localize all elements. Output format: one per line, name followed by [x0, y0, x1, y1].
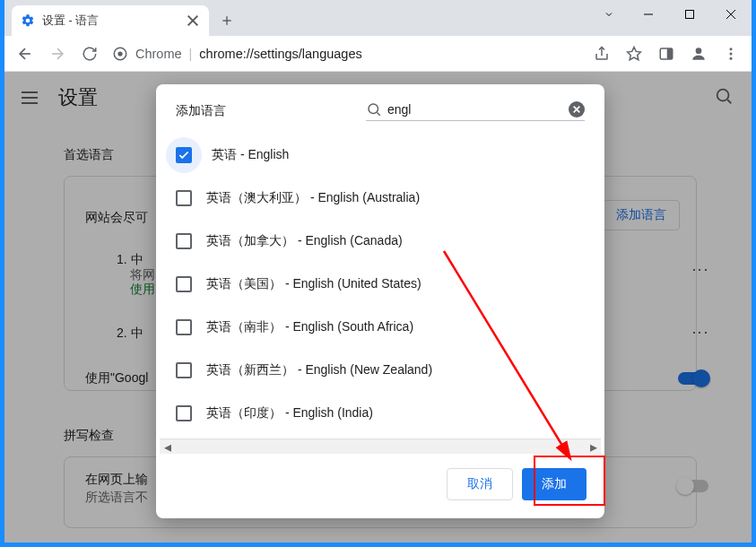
language-label: 英语（澳大利亚） - English (Australia) [206, 190, 420, 206]
svg-point-25 [369, 104, 378, 114]
new-tab-button[interactable] [214, 8, 239, 33]
back-button[interactable] [12, 40, 39, 67]
list-item[interactable]: 英语（美国） - English (United States) [176, 263, 592, 306]
checkbox[interactable] [176, 362, 192, 378]
cancel-button[interactable]: 取消 [447, 468, 513, 500]
close-window-button[interactable] [710, 0, 752, 29]
chevron-down-icon[interactable] [590, 0, 628, 29]
share-icon[interactable] [588, 40, 615, 67]
checkbox[interactable] [176, 276, 192, 292]
forward-button[interactable] [44, 40, 71, 67]
language-label: 英语（美国） - English (United States) [206, 276, 421, 292]
address-scheme: Chrome [135, 47, 182, 61]
list-item[interactable]: 英语（印度） - English (India) [176, 392, 592, 435]
svg-point-17 [730, 48, 733, 50]
svg-rect-1 [686, 11, 694, 19]
address-separator: | [189, 47, 193, 61]
svg-rect-15 [667, 48, 673, 59]
scroll-right-icon[interactable]: ▸ [586, 439, 601, 455]
checkbox[interactable] [176, 319, 192, 335]
svg-point-11 [117, 51, 122, 56]
language-label: 英语（加拿大） - English (Canada) [206, 233, 403, 249]
maximize-button[interactable] [669, 0, 710, 29]
add-button[interactable]: 添加 [522, 468, 587, 500]
svg-line-26 [377, 112, 379, 115]
dialog-search [366, 100, 585, 121]
checkbox[interactable] [176, 147, 192, 163]
dialog-header: 添加语言 [156, 84, 604, 134]
list-item[interactable]: 英语（澳大利亚） - English (Australia) [176, 177, 592, 220]
svg-point-16 [696, 48, 702, 54]
list-item[interactable]: 英语（南非） - English (South Africa) [176, 306, 592, 349]
address-path: chrome://settings/languages [199, 47, 361, 61]
address-bar[interactable]: Chrome | chrome://settings/languages [109, 46, 583, 62]
bookmark-icon[interactable] [621, 40, 647, 67]
list-item[interactable]: 英语（新西兰） - English (New Zealand) [176, 349, 592, 392]
language-label: 英语（印度） - English (India) [206, 405, 373, 421]
language-label: 英语（南非） - English (South Africa) [206, 319, 413, 335]
horizontal-scrollbar[interactable]: ◂ ▸ [160, 438, 601, 454]
chrome-icon [112, 46, 128, 62]
language-label: 英语（新西兰） - English (New Zealand) [206, 362, 432, 378]
search-input[interactable] [382, 100, 569, 118]
menu-icon[interactable] [717, 40, 744, 67]
add-language-dialog: 添加语言 英语 - English [156, 84, 604, 518]
tab-settings[interactable]: 设置 - 语言 [12, 5, 209, 36]
checkbox[interactable] [176, 190, 192, 206]
language-label: 英语 - English [212, 147, 289, 163]
language-list[interactable]: 英语 - English 英语（澳大利亚） - English (Austral… [156, 134, 601, 438]
side-panel-icon[interactable] [653, 40, 680, 67]
dialog-title: 添加语言 [176, 103, 226, 119]
svg-point-18 [730, 52, 733, 55]
list-item[interactable]: 英语 - English [176, 134, 592, 177]
svg-point-19 [730, 56, 733, 59]
dialog-actions: 取消 添加 [156, 454, 604, 518]
checkbox-halo [166, 137, 202, 173]
list-item[interactable]: 英语（加拿大） - English (Canada) [176, 220, 592, 263]
toolbar: Chrome | chrome://settings/languages [4, 36, 752, 72]
checkbox[interactable] [176, 233, 192, 249]
profile-icon[interactable] [685, 40, 712, 67]
minimize-button[interactable] [628, 0, 669, 29]
svg-marker-13 [628, 47, 641, 59]
browser-window: 设置 - 语言 Chrome | chrome://settings/langu… [4, 0, 752, 543]
reload-button[interactable] [76, 40, 103, 67]
gear-icon [21, 13, 35, 28]
window-controls [590, 0, 752, 29]
content-area: 设置 首选语言 网站会尽可 添加语言 1. 中 将网 使用 ⋮ 2. 中 ⋮ 使… [4, 72, 752, 543]
checkbox[interactable] [176, 405, 192, 421]
tab-title: 设置 - 语言 [42, 13, 186, 29]
scroll-left-icon[interactable]: ◂ [160, 439, 175, 455]
close-tab-icon[interactable] [186, 13, 200, 28]
search-icon [366, 101, 382, 117]
clear-search-icon[interactable] [569, 101, 585, 117]
